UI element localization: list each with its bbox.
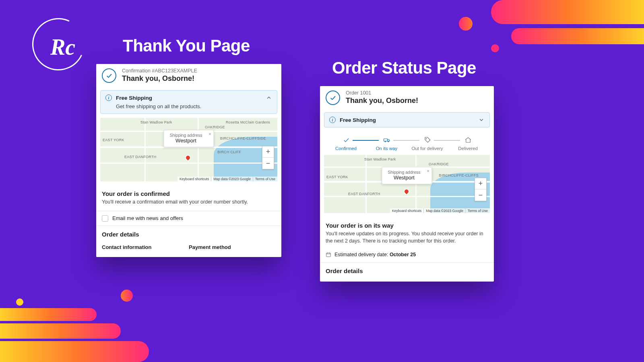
svg-point-2	[388, 141, 388, 142]
free-shipping-banner[interactable]: i Free Shipping Get free shipping on all…	[100, 90, 277, 114]
order-details-title: Order details	[326, 267, 488, 274]
greeting-text: Thank you, Osborne!	[122, 74, 197, 83]
order-status-card: Order 1001 Thank you, Osborne! i Free Sh…	[320, 86, 494, 282]
payment-method-heading: Payment method	[407, 281, 488, 282]
zoom-in-button[interactable]: +	[475, 178, 486, 189]
left-page-heading: Thank You Page	[123, 36, 250, 56]
onway-title: Your order is on its way	[326, 222, 488, 229]
tag-icon	[424, 136, 431, 144]
onway-description: You'll receive updates on its progress. …	[326, 230, 488, 245]
map-attribution: Keyboard shortcuts Map data ©2023 Google…	[390, 208, 490, 213]
shipping-map[interactable]: Stan Wadlow Park OAKRIDGE EAST YORK BIRC…	[324, 155, 490, 213]
map-data-attribution: Map data ©2023 Google	[423, 208, 465, 213]
step-label: On its way	[376, 146, 398, 151]
est-delivery-label: Estimated delivery date:	[334, 252, 390, 257]
contact-info-heading: Contact information	[326, 281, 407, 282]
step-out-for-delivery: Out for delivery	[408, 136, 447, 151]
brand-logo-text: Rc	[50, 34, 75, 60]
map-tooltip: × Shipping address Westport	[382, 167, 432, 184]
step-delivered: Delivered	[448, 136, 487, 151]
order-details-section: Order details	[96, 226, 281, 244]
svg-rect-0	[384, 139, 387, 141]
newsletter-optin-row[interactable]: Email me with news and offers	[96, 211, 281, 226]
tooltip-value: Westport	[388, 175, 420, 181]
map-keyboard-shortcuts[interactable]: Keyboard shortcuts	[390, 208, 423, 213]
step-confirmed: Confirmed	[326, 136, 365, 151]
order-details-section: Order details	[320, 262, 494, 281]
svg-point-1	[385, 141, 386, 142]
status-header: Order 1001 Thank you, Osborne!	[320, 86, 494, 110]
tooltip-value: Westport	[169, 138, 202, 144]
map-pin-icon	[184, 154, 192, 162]
banner-label: Free Shipping	[340, 117, 474, 123]
checkmark-icon	[326, 90, 340, 105]
est-delivery-value: October 25	[390, 252, 416, 257]
map-zoom-controls: + −	[475, 178, 487, 201]
chevron-up-icon[interactable]	[266, 95, 272, 101]
delivery-stepper: Confirmed On its way Out for delivery De…	[320, 132, 494, 155]
estimated-delivery-row: Estimated delivery date: October 25	[320, 249, 494, 262]
truck-icon	[383, 136, 390, 144]
banner-description: Get free shipping on all the products.	[116, 103, 272, 109]
payment-method-heading: Payment method	[189, 244, 276, 250]
decorative-blob-top-right	[451, 0, 644, 64]
step-label: Out for delivery	[412, 146, 443, 151]
decorative-blob-bottom-left	[0, 282, 193, 362]
contact-info-heading: Contact information	[102, 244, 189, 250]
map-tooltip: × Shipping address Westport	[163, 130, 214, 147]
zoom-in-button[interactable]: +	[262, 146, 274, 158]
map-data-attribution: Map data ©2023 Google	[211, 177, 253, 181]
svg-point-3	[426, 138, 427, 139]
check-icon	[343, 136, 350, 144]
info-icon: i	[329, 117, 336, 123]
newsletter-checkbox[interactable]	[102, 215, 108, 222]
banner-label: Free Shipping	[116, 95, 262, 101]
svg-rect-4	[326, 253, 331, 257]
free-shipping-banner[interactable]: i Free Shipping	[324, 112, 490, 128]
order-number: Order 1001	[346, 90, 418, 96]
brand-logo: Rc	[32, 18, 89, 70]
home-icon	[464, 136, 472, 144]
thankyou-header: Confirmation #ABC123EXAMPLE Thank you, O…	[96, 64, 281, 88]
map-keyboard-shortcuts[interactable]: Keyboard shortcuts	[178, 177, 211, 181]
shipping-map[interactable]: Stan Wadlow Park OAKRIDGE Rosetta McClai…	[100, 118, 277, 181]
tooltip-label: Shipping address	[169, 133, 202, 138]
close-icon[interactable]: ×	[427, 169, 429, 173]
thankyou-card: Confirmation #ABC123EXAMPLE Thank you, O…	[96, 64, 281, 257]
order-details-columns: Contact information Payment method	[96, 244, 281, 250]
order-confirmed-section: Your order is confirmed You'll receive a…	[96, 185, 281, 211]
right-page-heading: Order Status Page	[332, 58, 476, 78]
close-icon[interactable]: ×	[208, 132, 211, 136]
greeting-text: Thank you, Osborne!	[346, 97, 418, 105]
confirmed-title: Your order is confirmed	[102, 190, 276, 197]
confirmed-description: You'll receive a confirmation email with…	[102, 199, 276, 206]
tooltip-label: Shipping address	[388, 170, 420, 175]
checkmark-icon	[102, 68, 116, 83]
order-details-title: Order details	[102, 231, 276, 238]
confirmation-number: Confirmation #ABC123EXAMPLE	[122, 68, 197, 74]
zoom-out-button[interactable]: −	[475, 189, 486, 201]
newsletter-label: Email me with news and offers	[112, 215, 183, 221]
map-pin-icon	[402, 187, 411, 195]
calendar-icon	[326, 252, 331, 257]
map-zoom-controls: + −	[262, 146, 274, 169]
on-its-way-section: Your order is on its way You'll receive …	[320, 217, 494, 249]
map-terms-link[interactable]: Terms of Use	[465, 208, 490, 213]
zoom-out-button[interactable]: −	[262, 158, 274, 169]
map-terms-link[interactable]: Terms of Use	[253, 177, 277, 181]
chevron-down-icon[interactable]	[478, 117, 485, 123]
step-label: Confirmed	[335, 146, 357, 151]
step-on-its-way: On its way	[367, 136, 406, 151]
order-details-columns: Contact information Payment method	[320, 281, 494, 282]
step-label: Delivered	[458, 146, 478, 151]
info-icon: i	[105, 95, 112, 101]
map-attribution: Keyboard shortcuts Map data ©2023 Google…	[178, 177, 277, 181]
